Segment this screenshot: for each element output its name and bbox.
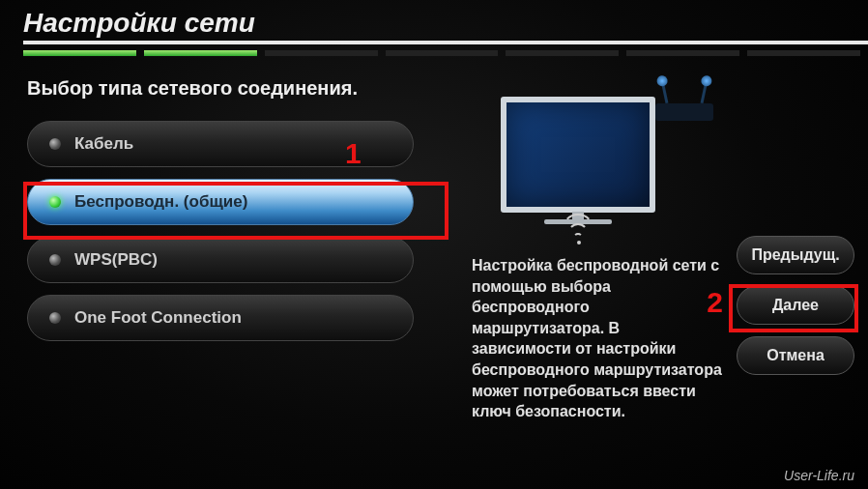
progress-seg xyxy=(23,50,136,56)
title-underline xyxy=(23,41,868,44)
illustration xyxy=(481,77,733,242)
watermark: User-Life.ru xyxy=(784,468,854,483)
radio-icon xyxy=(49,196,61,208)
progress-seg xyxy=(506,50,619,56)
option-label: WPS(PBC) xyxy=(74,250,158,270)
nav-buttons: Предыдущ. Далее Отмена xyxy=(737,236,854,375)
button-label: Предыдущ. xyxy=(751,246,839,264)
option-wps-pbc[interactable]: WPS(PBC) xyxy=(27,237,414,283)
option-one-foot-connection[interactable]: One Foot Connection xyxy=(27,295,414,341)
next-button[interactable]: Далее xyxy=(737,286,854,325)
progress-seg xyxy=(386,50,499,56)
radio-icon xyxy=(49,138,61,150)
button-label: Отмена xyxy=(767,347,825,364)
progress-seg xyxy=(747,50,860,56)
router-icon xyxy=(646,77,723,121)
option-label: One Foot Connection xyxy=(74,308,242,328)
option-label: Кабель xyxy=(74,134,133,154)
annotation-number-2: 2 xyxy=(707,286,723,319)
progress-seg xyxy=(626,50,739,56)
wizard-progress xyxy=(23,50,868,56)
annotation-number-1: 1 xyxy=(345,137,362,170)
button-label: Далее xyxy=(772,297,819,314)
header: Настройки сети xyxy=(0,0,868,60)
subtitle: Выбор типа сетевого соединения. xyxy=(27,77,452,100)
wifi-icon xyxy=(559,217,597,244)
option-label: Беспроводн. (общие) xyxy=(74,192,247,212)
connection-type-list: Кабель Беспроводн. (общие) WPS(PBC) One … xyxy=(27,121,452,341)
tv-icon xyxy=(501,97,655,213)
page-title: Настройки сети xyxy=(23,8,868,39)
progress-seg xyxy=(265,50,378,56)
radio-icon xyxy=(49,254,61,266)
prev-button[interactable]: Предыдущ. xyxy=(737,236,854,274)
radio-icon xyxy=(49,312,61,324)
option-description: Настройка беспроводной сети с помощью вы… xyxy=(472,255,723,422)
option-wireless-general[interactable]: Беспроводн. (общие) xyxy=(27,179,414,225)
cancel-button[interactable]: Отмена xyxy=(737,336,854,375)
progress-seg xyxy=(144,50,257,56)
